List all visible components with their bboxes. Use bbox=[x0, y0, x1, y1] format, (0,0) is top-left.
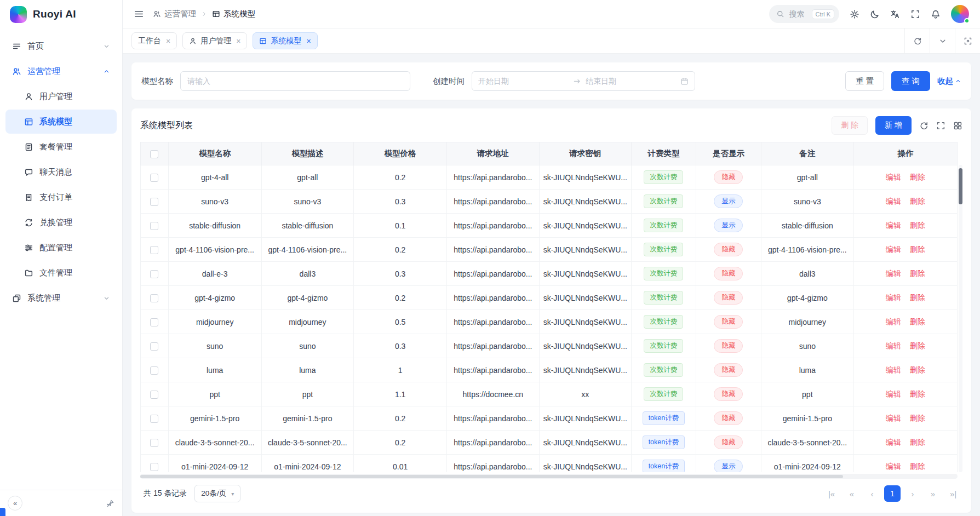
table-refresh-icon[interactable] bbox=[919, 121, 929, 130]
delete-link[interactable]: 删除 bbox=[910, 414, 925, 422]
edit-link[interactable]: 编辑 bbox=[886, 414, 901, 422]
first-page-button[interactable]: |« bbox=[823, 485, 840, 502]
row-checkbox[interactable] bbox=[150, 415, 158, 423]
model-name-input[interactable] bbox=[180, 71, 410, 91]
menu-toggle-button[interactable] bbox=[134, 9, 144, 19]
sidebar-subitem[interactable]: 聊天消息 bbox=[5, 160, 117, 184]
row-checkbox[interactable] bbox=[150, 294, 158, 302]
delete-link[interactable]: 删除 bbox=[910, 389, 925, 398]
add-button[interactable]: 新 增 bbox=[875, 116, 912, 135]
edit-link[interactable]: 编辑 bbox=[886, 438, 901, 446]
language-translate-icon[interactable] bbox=[890, 9, 900, 19]
tab-menu-chevron-icon[interactable] bbox=[930, 28, 955, 53]
jump-back-button[interactable]: « bbox=[844, 485, 860, 502]
row-checkbox[interactable] bbox=[150, 439, 158, 447]
edit-link[interactable]: 编辑 bbox=[886, 293, 901, 302]
edit-link[interactable]: 编辑 bbox=[886, 389, 901, 398]
tab-maximize-icon[interactable] bbox=[955, 28, 980, 53]
edit-link[interactable]: 编辑 bbox=[886, 173, 901, 181]
row-checkbox[interactable] bbox=[150, 391, 158, 399]
delete-link[interactable]: 删除 bbox=[910, 341, 925, 350]
delete-link[interactable]: 删除 bbox=[910, 221, 925, 230]
query-button[interactable]: 查 询 bbox=[891, 71, 930, 91]
last-page-button[interactable]: »| bbox=[945, 485, 961, 502]
folder-icon bbox=[24, 268, 33, 278]
delete-link[interactable]: 删除 bbox=[910, 197, 925, 205]
table-row: pptppt1.1https://docmee.cnxx次数计费隐藏ppt编辑删… bbox=[141, 382, 958, 406]
sidebar-subitem[interactable]: 系统模型 bbox=[5, 110, 117, 134]
next-page-button[interactable]: › bbox=[904, 485, 921, 502]
row-checkbox[interactable] bbox=[150, 270, 158, 278]
delete-link[interactable]: 删除 bbox=[910, 269, 925, 278]
row-checkbox[interactable] bbox=[150, 366, 158, 375]
table-fullscreen-icon[interactable] bbox=[936, 121, 945, 130]
row-checkbox[interactable] bbox=[150, 463, 158, 471]
dark-mode-moon-icon[interactable] bbox=[870, 9, 880, 19]
jump-forward-button[interactable]: » bbox=[925, 485, 941, 502]
page-number-button[interactable]: 1 bbox=[884, 485, 901, 502]
edit-link[interactable]: 编辑 bbox=[886, 462, 901, 471]
delete-link[interactable]: 删除 bbox=[910, 365, 925, 374]
sidebar-subitem-label: 用户管理 bbox=[39, 91, 110, 102]
breadcrumb-item[interactable]: 系统模型 bbox=[212, 9, 255, 19]
sidebar-subitem[interactable]: 套餐管理 bbox=[5, 135, 117, 159]
row-checkbox[interactable] bbox=[150, 198, 158, 206]
row-checkbox[interactable] bbox=[150, 342, 158, 351]
delete-link[interactable]: 删除 bbox=[910, 438, 925, 446]
sidebar-item[interactable]: 首页 bbox=[5, 34, 117, 58]
scrollbar-thumb[interactable] bbox=[140, 475, 843, 478]
notifications-bell-icon[interactable] bbox=[931, 9, 941, 19]
pin-icon[interactable] bbox=[106, 499, 114, 508]
scrollbar-thumb[interactable] bbox=[959, 168, 962, 204]
prev-page-button[interactable]: ‹ bbox=[864, 485, 880, 502]
sidebar-collapse-button[interactable]: « bbox=[8, 496, 22, 511]
edit-link[interactable]: 编辑 bbox=[886, 221, 901, 230]
tab-refresh-icon[interactable] bbox=[904, 28, 930, 53]
tab-close-icon[interactable]: × bbox=[306, 37, 311, 45]
page-size-select[interactable]: 20条/页 ▾ bbox=[194, 485, 240, 502]
edit-link[interactable]: 编辑 bbox=[886, 245, 901, 254]
tab-item[interactable]: 系统模型× bbox=[253, 32, 317, 49]
edit-link[interactable]: 编辑 bbox=[886, 269, 901, 278]
edit-link[interactable]: 编辑 bbox=[886, 197, 901, 205]
sidebar-subitem[interactable]: 配置管理 bbox=[5, 236, 117, 260]
table-columns-icon[interactable] bbox=[953, 121, 962, 130]
row-checkbox[interactable] bbox=[150, 174, 158, 182]
row-checkbox[interactable] bbox=[150, 246, 158, 254]
tab-item[interactable]: 工作台× bbox=[131, 32, 177, 49]
delete-link[interactable]: 删除 bbox=[910, 317, 925, 326]
logo[interactable]: Ruoyi AI bbox=[0, 0, 122, 28]
vertical-scrollbar[interactable] bbox=[959, 165, 962, 472]
delete-link[interactable]: 删除 bbox=[910, 293, 925, 302]
fullscreen-icon[interactable] bbox=[910, 9, 920, 19]
tab-close-icon[interactable]: × bbox=[166, 37, 170, 45]
edit-link[interactable]: 编辑 bbox=[886, 365, 901, 374]
delete-link[interactable]: 删除 bbox=[910, 173, 925, 181]
sidebar-subitem[interactable]: 支付订单 bbox=[5, 185, 117, 209]
collapse-filter-link[interactable]: 收起 bbox=[937, 76, 961, 87]
select-all-checkbox[interactable] bbox=[150, 150, 158, 158]
sidebar-subitem[interactable]: 兑换管理 bbox=[5, 210, 117, 234]
row-checkbox[interactable] bbox=[150, 222, 158, 230]
user-avatar[interactable] bbox=[951, 5, 969, 23]
reset-button[interactable]: 重 置 bbox=[845, 71, 884, 91]
settings-gear-icon[interactable] bbox=[850, 9, 859, 19]
edit-link[interactable]: 编辑 bbox=[886, 341, 901, 350]
sidebar-subitem[interactable]: 用户管理 bbox=[5, 84, 117, 108]
edit-link[interactable]: 编辑 bbox=[886, 317, 901, 326]
end-date-input[interactable] bbox=[586, 77, 676, 85]
breadcrumb-item[interactable]: 运营管理 bbox=[153, 9, 196, 19]
delete-link[interactable]: 删除 bbox=[910, 462, 925, 471]
row-checkbox[interactable] bbox=[150, 318, 158, 326]
search-input[interactable]: 搜索 Ctrl K bbox=[769, 5, 839, 23]
sidebar-item[interactable]: 运营管理 bbox=[5, 59, 117, 83]
horizontal-scrollbar[interactable] bbox=[140, 474, 958, 479]
sidebar-item[interactable]: 系统管理 bbox=[5, 286, 117, 310]
tab-item[interactable]: 用户管理× bbox=[182, 32, 247, 49]
date-range-picker[interactable] bbox=[472, 71, 695, 91]
start-date-input[interactable] bbox=[478, 77, 569, 85]
sidebar-subitem[interactable]: 文件管理 bbox=[5, 261, 117, 285]
delete-link[interactable]: 删除 bbox=[910, 245, 925, 254]
delete-button[interactable]: 删 除 bbox=[832, 116, 868, 135]
tab-close-icon[interactable]: × bbox=[236, 37, 240, 45]
